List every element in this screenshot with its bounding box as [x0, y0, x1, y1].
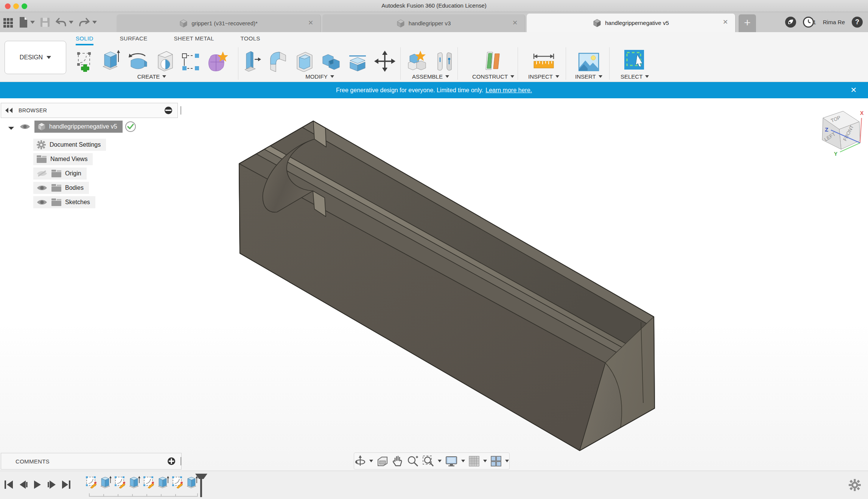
modify-group-label[interactable]: MODIFY	[305, 73, 334, 80]
browser-row-document-settings[interactable]: Document Settings	[0, 138, 106, 151]
tab-close-icon[interactable]: ✕	[511, 19, 519, 27]
split-body-icon[interactable]	[348, 51, 367, 72]
expander-collapsed-icon[interactable]	[21, 142, 25, 147]
redo-icon[interactable]	[79, 17, 90, 27]
go-to-start-button[interactable]	[2, 477, 15, 492]
display-caret-icon[interactable]	[461, 460, 465, 462]
joint-icon[interactable]	[435, 51, 454, 72]
model-handlegrippernegative[interactable]	[0, 98, 868, 471]
fillet-icon[interactable]	[268, 51, 288, 72]
timeline-feature-sketch[interactable]	[171, 476, 184, 491]
select-group-label[interactable]: SELECT	[621, 73, 649, 80]
tab-handlegripper[interactable]: handlegripper v3 ✕	[322, 14, 525, 32]
timeline-feature-sketch[interactable]	[85, 476, 98, 491]
tab-close-icon[interactable]: ✕	[307, 19, 314, 27]
browser-row-origin[interactable]: Origin	[0, 167, 87, 180]
shell-icon[interactable]	[295, 51, 314, 72]
banner-learn-more-link[interactable]: Learn more here.	[485, 87, 532, 94]
redo-menu-caret-icon[interactable]	[92, 21, 97, 24]
construct-group-label[interactable]: CONSTRUCT	[472, 73, 514, 80]
combine-icon[interactable]	[321, 51, 341, 72]
look-at-icon[interactable]	[376, 456, 389, 466]
timeline-feature-extrude[interactable]	[100, 476, 112, 491]
expander-collapsed-icon[interactable]	[21, 157, 25, 162]
undo-icon[interactable]	[55, 17, 67, 27]
zoom-icon[interactable]	[407, 455, 419, 467]
new-component-icon[interactable]	[407, 50, 428, 72]
revolve-icon[interactable]	[127, 52, 148, 72]
eye-visible-icon[interactable]	[36, 198, 48, 206]
grid-display-icon[interactable]	[468, 456, 480, 467]
measure-icon[interactable]	[532, 51, 555, 72]
workspace-design-dropdown[interactable]: DESIGN	[5, 41, 66, 74]
fit-icon[interactable]	[422, 455, 434, 467]
tab-surface[interactable]: SURFACE	[120, 34, 148, 45]
browser-row-named-views[interactable]: Named Views	[0, 153, 93, 166]
viewport-3d[interactable]: TOP FRONT LEFT X Y Z BROWSER	[0, 98, 868, 471]
timeline-feature-extrude[interactable]	[157, 476, 170, 491]
orbit-icon[interactable]	[355, 455, 366, 467]
browser-panel-grip[interactable]	[180, 106, 181, 115]
pan-icon[interactable]	[392, 455, 403, 467]
timeline-playhead[interactable]	[194, 473, 208, 498]
collapse-panel-icon[interactable]	[5, 107, 13, 113]
user-name[interactable]: Rima Re	[823, 19, 845, 25]
root-item[interactable]: handlegrippernegative v5	[34, 121, 123, 133]
comments-panel-grip[interactable]	[180, 457, 181, 465]
undo-menu-caret-icon[interactable]	[69, 21, 73, 24]
create-group-label[interactable]: CREATE	[137, 73, 166, 80]
extrude-icon[interactable]	[101, 49, 120, 72]
tab-tools[interactable]: TOOLS	[241, 34, 260, 45]
eye-visible-icon[interactable]	[19, 123, 31, 130]
file-icon[interactable]	[19, 17, 28, 28]
create-form-icon[interactable]	[207, 51, 228, 72]
app-grid-icon[interactable]	[3, 17, 14, 28]
select-icon[interactable]	[624, 49, 646, 72]
banner-close-icon[interactable]: ✕	[849, 85, 858, 95]
timeline-feature-sketch[interactable]	[114, 476, 127, 491]
add-comment-icon[interactable]	[167, 457, 176, 466]
browser-panel-header[interactable]: BROWSER	[1, 103, 178, 118]
expander-collapsed-icon[interactable]	[21, 185, 25, 191]
press-pull-icon[interactable]	[244, 50, 261, 72]
expander-collapsed-icon[interactable]	[21, 200, 25, 205]
timeline-feature-extrude[interactable]	[128, 476, 141, 491]
tab-gripper1[interactable]: gripper1 (v31~recovered)* ✕	[117, 14, 321, 32]
expander-expanded-icon[interactable]	[8, 124, 14, 130]
browser-row-sketches[interactable]: Sketches	[0, 196, 95, 209]
new-tab-button[interactable]: +	[739, 14, 756, 32]
tab-close-icon[interactable]: ✕	[722, 19, 729, 26]
panel-display-mode-icon[interactable]	[164, 106, 173, 115]
grid-caret-icon[interactable]	[483, 460, 487, 462]
expander-collapsed-icon[interactable]	[21, 171, 25, 176]
file-menu-caret-icon[interactable]	[30, 21, 35, 24]
job-status-clock-icon[interactable]	[803, 17, 814, 28]
insert-group-label[interactable]: INSERT	[575, 73, 602, 80]
tab-sheet-metal[interactable]: SHEET METAL	[174, 34, 214, 45]
orbit-caret-icon[interactable]	[369, 460, 373, 462]
help-icon[interactable]: ?	[852, 17, 863, 28]
display-settings-icon[interactable]	[445, 456, 458, 467]
move-icon[interactable]	[374, 51, 395, 72]
play-button[interactable]	[31, 477, 44, 492]
browser-row-bodies[interactable]: Bodies	[0, 181, 89, 194]
timeline-settings-gear-icon[interactable]	[848, 479, 861, 491]
step-back-button[interactable]	[17, 477, 30, 492]
eye-hidden-icon[interactable]	[36, 170, 48, 177]
create-sketch-icon[interactable]	[76, 50, 94, 72]
tab-handlegrippernegative-active[interactable]: handlegrippernegative v5 ✕	[527, 14, 736, 32]
viewports-caret-icon[interactable]	[505, 460, 509, 462]
comments-panel-header[interactable]: COMMENTS	[1, 453, 182, 470]
assemble-group-label[interactable]: ASSEMBLE	[412, 73, 449, 80]
tab-solid[interactable]: SOLID	[76, 34, 93, 45]
inspect-group-label[interactable]: INSPECT	[528, 73, 559, 80]
insert-image-icon[interactable]	[578, 52, 600, 72]
step-forward-button[interactable]	[45, 477, 58, 492]
timeline-feature-sketch[interactable]	[143, 476, 156, 491]
save-icon[interactable]	[40, 17, 50, 27]
go-to-end-button[interactable]	[60, 477, 73, 492]
fit-caret-icon[interactable]	[438, 460, 442, 462]
hole-icon[interactable]	[155, 50, 174, 72]
view-cube[interactable]: TOP FRONT LEFT X Y Z	[810, 107, 868, 167]
construct-plane-icon[interactable]	[482, 50, 505, 72]
